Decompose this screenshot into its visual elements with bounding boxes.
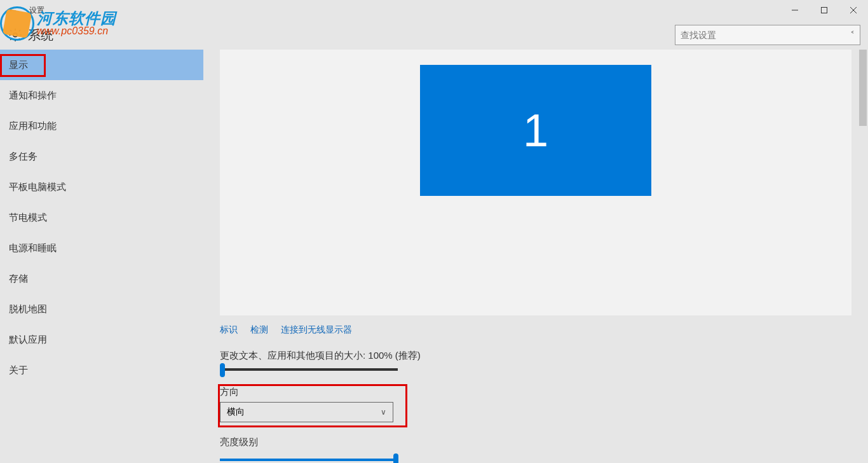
sidebar-item-battery[interactable]: 节电模式 bbox=[0, 202, 203, 233]
header-row: 系统 ˂ bbox=[0, 20, 868, 50]
gear-icon bbox=[8, 27, 23, 43]
monitor-1[interactable]: 1 bbox=[420, 65, 651, 196]
sidebar-item-display[interactable]: 显示 bbox=[0, 50, 203, 80]
scrollbar-thumb[interactable] bbox=[859, 50, 867, 126]
titlebar-left: ← 设置 bbox=[8, 4, 44, 16]
display-links: 标识 检测 连接到无线显示器 bbox=[220, 324, 868, 336]
svg-point-4 bbox=[13, 33, 17, 37]
window-title: 设置 bbox=[29, 5, 44, 16]
sidebar-item-label: 节电模式 bbox=[9, 212, 47, 224]
sidebar-item-label: 默认应用 bbox=[9, 334, 47, 346]
sidebar-item-default-apps[interactable]: 默认应用 bbox=[0, 324, 203, 355]
header-left: 系统 bbox=[8, 27, 53, 44]
sidebar-item-label: 多任务 bbox=[9, 151, 37, 163]
detect-link[interactable]: 检测 bbox=[250, 324, 268, 336]
brightness-section: 亮度级别 bbox=[220, 436, 868, 461]
titlebar: ← 设置 bbox=[0, 0, 868, 20]
sidebar-item-label: 关于 bbox=[9, 364, 28, 377]
close-button[interactable] bbox=[839, 0, 868, 20]
search-box[interactable]: ˂ bbox=[675, 25, 860, 45]
content-area: 1 标识 检测 连接到无线显示器 更改文本、应用和其他项目的大小: 100% (… bbox=[203, 50, 868, 463]
back-arrow-icon[interactable]: ← bbox=[8, 4, 18, 16]
sidebar-item-tablet[interactable]: 平板电脑模式 bbox=[0, 172, 203, 202]
brightness-slider[interactable] bbox=[220, 459, 398, 461]
sidebar-item-power[interactable]: 电源和睡眠 bbox=[0, 233, 203, 263]
connect-wireless-link[interactable]: 连接到无线显示器 bbox=[281, 324, 352, 336]
sidebar-item-multitask[interactable]: 多任务 bbox=[0, 141, 203, 172]
sidebar-item-label: 存储 bbox=[9, 273, 28, 285]
sidebar-item-label: 电源和睡眠 bbox=[9, 242, 57, 254]
monitor-number: 1 bbox=[523, 104, 548, 156]
sidebar-item-label: 应用和功能 bbox=[9, 120, 57, 132]
brightness-slider-thumb[interactable] bbox=[393, 453, 398, 463]
sidebar-item-apps[interactable]: 应用和功能 bbox=[0, 111, 203, 141]
sidebar-item-offline-maps[interactable]: 脱机地图 bbox=[0, 294, 203, 324]
sidebar-item-about[interactable]: 关于 bbox=[0, 355, 203, 385]
sidebar-item-label: 脱机地图 bbox=[9, 303, 47, 315]
orientation-label: 方向 bbox=[220, 386, 868, 398]
scale-slider[interactable] bbox=[220, 368, 398, 371]
display-preview: 1 bbox=[220, 50, 851, 315]
scale-label: 更改文本、应用和其他项目的大小: 100% (推荐) bbox=[220, 350, 868, 362]
orientation-dropdown[interactable]: 横向 ∨ bbox=[220, 402, 393, 422]
search-input[interactable] bbox=[681, 30, 839, 40]
identify-link[interactable]: 标识 bbox=[220, 324, 238, 336]
body-area: 显示 通知和操作 应用和功能 多任务 平板电脑模式 节电模式 电源和睡眠 存储 … bbox=[0, 50, 868, 463]
brightness-label: 亮度级别 bbox=[220, 436, 868, 448]
scale-slider-thumb[interactable] bbox=[220, 363, 225, 377]
sidebar: 显示 通知和操作 应用和功能 多任务 平板电脑模式 节电模式 电源和睡眠 存储 … bbox=[0, 50, 203, 463]
sidebar-item-label: 显示 bbox=[9, 59, 28, 71]
sidebar-item-label: 通知和操作 bbox=[9, 90, 57, 102]
orientation-value: 横向 bbox=[227, 406, 245, 418]
search-icon: ˂ bbox=[850, 30, 855, 40]
maximize-button[interactable] bbox=[810, 0, 839, 20]
minimize-button[interactable] bbox=[780, 0, 810, 20]
page-title: 系统 bbox=[28, 27, 53, 44]
sidebar-item-notifications[interactable]: 通知和操作 bbox=[0, 80, 203, 111]
sidebar-item-label: 平板电脑模式 bbox=[9, 181, 66, 193]
svg-rect-1 bbox=[822, 8, 827, 13]
vertical-scrollbar[interactable] bbox=[858, 50, 868, 463]
window-controls bbox=[780, 0, 868, 20]
sidebar-item-storage[interactable]: 存储 bbox=[0, 263, 203, 294]
chevron-down-icon: ∨ bbox=[381, 408, 386, 417]
content-inner: 1 标识 检测 连接到无线显示器 更改文本、应用和其他项目的大小: 100% (… bbox=[203, 50, 868, 463]
